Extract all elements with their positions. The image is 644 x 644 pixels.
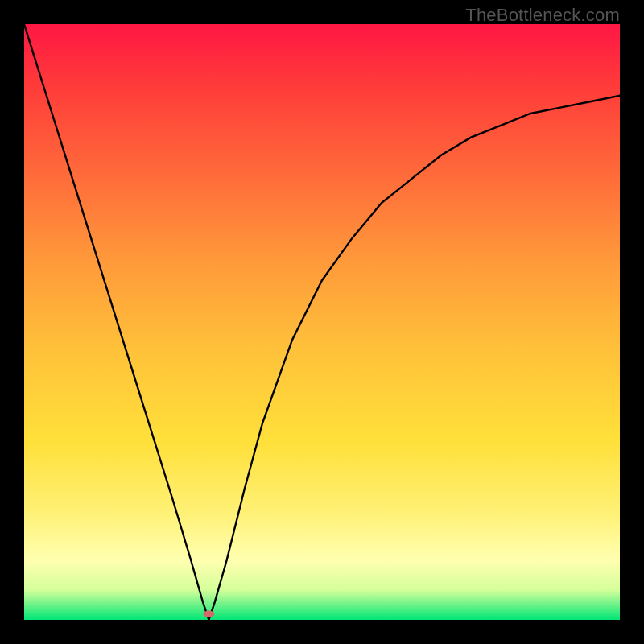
curve-layer bbox=[24, 24, 620, 620]
minimum-marker bbox=[203, 611, 214, 617]
plot-area bbox=[24, 24, 620, 620]
bottleneck-curve bbox=[24, 24, 620, 620]
watermark-text: TheBottleneck.com bbox=[465, 5, 620, 26]
chart-frame: TheBottleneck.com bbox=[0, 0, 644, 644]
